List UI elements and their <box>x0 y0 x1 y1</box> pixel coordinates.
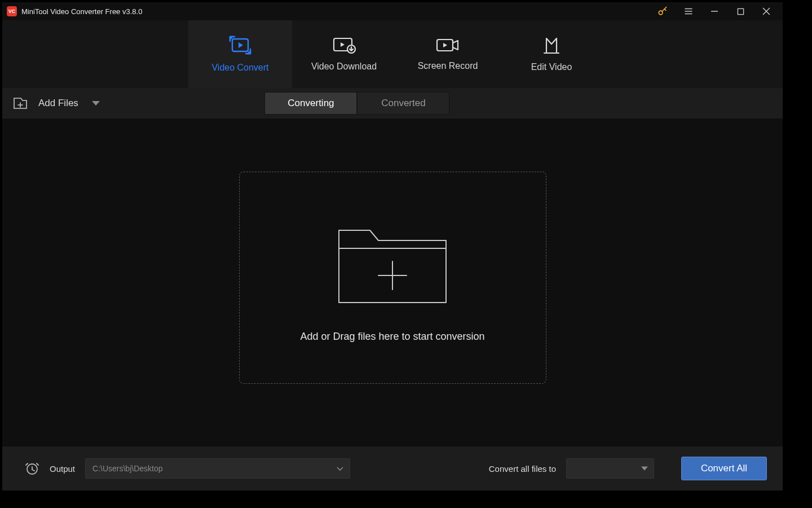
video-download-icon <box>332 37 356 54</box>
screen-record-icon <box>435 37 460 53</box>
tab-video-download[interactable]: Video Download <box>292 20 396 88</box>
toolbar: Add Files Converting Converted <box>2 88 783 119</box>
svg-rect-5 <box>738 8 743 14</box>
segment-converted[interactable]: Converted <box>357 92 449 115</box>
tab-video-convert[interactable]: Video Convert <box>188 20 292 88</box>
segment-converting[interactable]: Converting <box>264 92 357 115</box>
main-area: Add or Drag files here to start conversi… <box>2 119 783 446</box>
app-window: VC MiniTool Video Converter Free v3.8.0 <box>2 2 783 491</box>
tab-label: Screen Record <box>418 61 478 71</box>
tab-screen-record[interactable]: Screen Record <box>396 20 500 88</box>
segment-label: Converting <box>288 98 334 109</box>
close-button[interactable] <box>753 2 779 20</box>
key-icon <box>657 6 668 17</box>
output-path-select[interactable]: C:\Users\bj\Desktop <box>85 458 350 479</box>
footer: Output C:\Users\bj\Desktop Convert all f… <box>2 446 783 491</box>
chevron-down-icon <box>92 101 100 106</box>
maximize-icon <box>737 8 744 15</box>
minimize-icon <box>710 7 718 15</box>
output-format-select[interactable] <box>566 458 654 479</box>
close-icon <box>762 7 770 15</box>
video-convert-icon <box>229 36 251 55</box>
convert-all-button[interactable]: Convert All <box>681 457 767 480</box>
clock-icon[interactable] <box>25 461 39 476</box>
svg-marker-9 <box>239 42 243 48</box>
dropzone-message: Add or Drag files here to start conversi… <box>300 331 484 343</box>
maximize-button[interactable] <box>727 2 753 20</box>
convert-all-files-to-label: Convert all files to <box>489 464 556 474</box>
menu-button[interactable] <box>676 2 701 20</box>
main-nav: Video Convert Video Download Screen Reco… <box>2 20 783 88</box>
upgrade-key-button[interactable] <box>650 2 676 20</box>
hamburger-icon <box>683 6 694 16</box>
svg-marker-11 <box>341 42 345 47</box>
app-logo-icon: VC <box>7 6 17 16</box>
tab-label: Video Convert <box>211 63 268 73</box>
chevron-down-icon <box>641 467 648 471</box>
app-title: MiniTool Video Converter Free v3.8.0 <box>21 7 142 16</box>
add-file-icon <box>12 97 28 110</box>
tab-label: Edit Video <box>531 62 572 72</box>
folder-add-icon <box>333 213 452 309</box>
minimize-button[interactable] <box>701 2 727 20</box>
output-label: Output <box>50 464 75 474</box>
tab-edit-video[interactable]: Edit Video <box>500 20 603 88</box>
titlebar: VC MiniTool Video Converter Free v3.8.0 <box>2 2 783 20</box>
output-path-value: C:\Users\bj\Desktop <box>92 464 162 473</box>
tab-label: Video Download <box>311 62 377 72</box>
edit-video-icon <box>543 36 560 54</box>
convert-all-label: Convert All <box>701 463 747 474</box>
chevron-down-icon <box>336 465 344 472</box>
dropzone[interactable]: Add or Drag files here to start conversi… <box>239 172 546 384</box>
segment-label: Converted <box>381 98 425 109</box>
add-files-label: Add Files <box>38 98 78 109</box>
add-files-button[interactable]: Add Files <box>12 97 100 110</box>
status-tabs: Converting Converted <box>264 91 450 115</box>
svg-marker-14 <box>443 43 447 47</box>
